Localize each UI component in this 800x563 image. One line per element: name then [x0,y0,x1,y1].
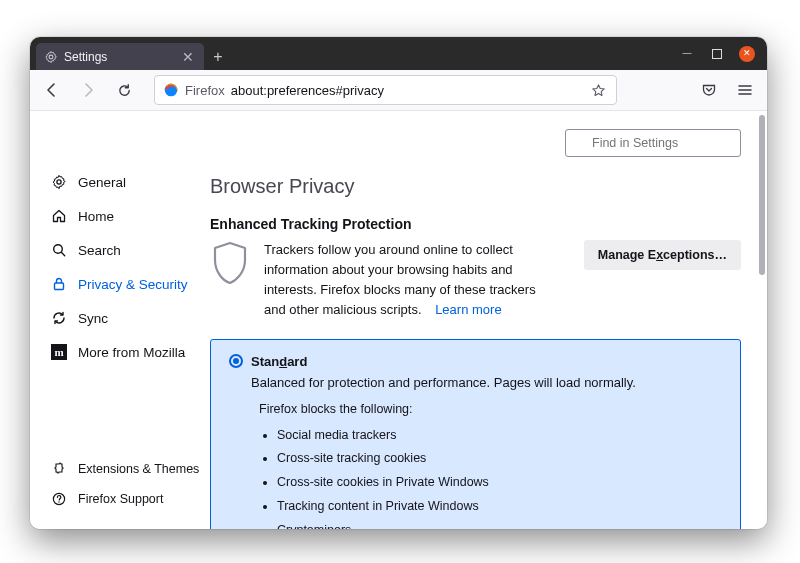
list-item: Cross-site tracking cookies [277,447,722,471]
sidebar-item-privacy[interactable]: Privacy & Security [48,267,210,301]
svg-point-1 [57,180,61,184]
sidebar-item-label: Search [78,243,121,258]
pocket-icon[interactable] [695,76,723,104]
sidebar-item-label: Privacy & Security [78,277,188,292]
sidebar-item-label: Sync [78,311,108,326]
nav-toolbar: Firefox about:preferences#privacy [30,70,767,111]
tab-title: Settings [64,50,107,64]
close-tab-icon[interactable]: ✕ [180,49,196,65]
learn-more-link[interactable]: Learn more [435,302,501,317]
url-path: about:preferences#privacy [231,83,384,98]
etp-heading: Enhanced Tracking Protection [210,216,741,232]
maximize-button[interactable] [709,46,725,62]
preferences-content: General Home Search Privacy & Security [30,111,767,529]
sidebar-item-search[interactable]: Search [48,233,210,267]
sidebar-item-label: Firefox Support [78,492,163,506]
standard-protection-card[interactable]: Standard Balanced for protection and per… [210,339,741,529]
puzzle-icon [50,460,68,478]
manage-exceptions-button[interactable]: Manage Exceptions… [584,240,741,270]
url-protocol: Firefox [185,83,225,98]
forward-button[interactable] [74,76,102,104]
url-bar[interactable]: Firefox about:preferences#privacy [154,75,617,105]
browser-tab-settings[interactable]: Settings ✕ [36,43,204,70]
preferences-sidebar: General Home Search Privacy & Security [30,111,210,529]
minimize-button[interactable] [679,46,695,62]
standard-subtext: Balanced for protection and performance.… [251,375,722,390]
firefox-window: Settings ✕ + Firefox about:preferences#p… [30,37,767,529]
sync-icon [50,309,68,327]
bookmark-star-icon[interactable] [588,80,608,100]
sidebar-item-sync[interactable]: Sync [48,301,210,335]
preferences-main: Browser Privacy Enhanced Tracking Protec… [210,111,767,529]
sidebar-item-support[interactable]: Firefox Support [48,485,210,513]
lock-icon [50,275,68,293]
find-in-settings-field[interactable] [565,129,741,157]
sidebar-item-more-mozilla[interactable]: m More from Mozilla [48,335,210,369]
radio-selected-icon[interactable] [229,354,243,368]
standard-radio-row[interactable]: Standard [229,354,722,369]
sidebar-item-home[interactable]: Home [48,199,210,233]
blocks-list: Social media trackers Cross-site trackin… [277,424,722,529]
sidebar-item-label: Extensions & Themes [78,462,199,476]
list-item: Cross-site cookies in Private Windows [277,471,722,495]
gear-icon [50,173,68,191]
home-icon [50,207,68,225]
sidebar-item-general[interactable]: General [48,165,210,199]
sidebar-item-label: Home [78,209,114,224]
scrollbar-thumb[interactable] [759,115,765,275]
new-tab-button[interactable]: + [204,43,232,70]
svg-rect-3 [55,283,64,290]
close-window-button[interactable] [739,46,755,62]
list-item: Tracking content in Private Windows [277,495,722,519]
standard-label: Standard [251,354,307,369]
shield-icon [210,240,250,286]
blocks-title: Firefox blocks the following: [259,402,722,416]
list-item: Social media trackers [277,424,722,448]
sidebar-item-label: More from Mozilla [78,345,185,360]
hamburger-menu-icon[interactable] [731,76,759,104]
titlebar: Settings ✕ + [30,37,767,70]
reload-button[interactable] [110,76,138,104]
search-icon [50,241,68,259]
window-controls [667,37,767,70]
list-item: Cryptominers [277,519,722,529]
back-button[interactable] [38,76,66,104]
search-input[interactable] [565,129,741,157]
mozilla-icon: m [50,343,68,361]
settings-icon [44,50,58,64]
sidebar-item-label: General [78,175,126,190]
svg-point-5 [58,501,59,502]
sidebar-item-extensions[interactable]: Extensions & Themes [48,455,210,483]
etp-summary-row: Trackers follow you around online to col… [210,240,741,321]
scrollbar[interactable] [757,111,767,529]
etp-description: Trackers follow you around online to col… [264,240,544,321]
page-title: Browser Privacy [210,175,741,198]
help-icon [50,490,68,508]
firefox-logo-icon [163,82,179,98]
